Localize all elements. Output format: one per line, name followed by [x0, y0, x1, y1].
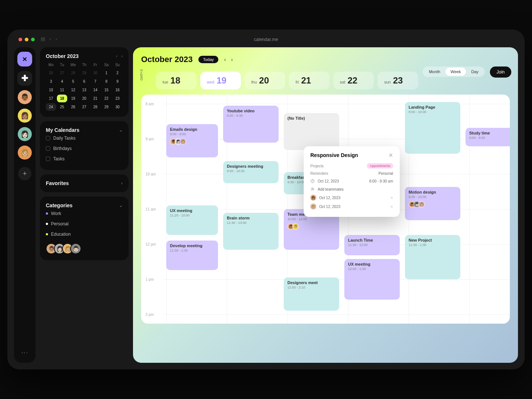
mini-date-cell[interactable]: 16: [112, 86, 123, 94]
mini-date-cell[interactable]: 17: [46, 95, 56, 102]
mini-date-cell[interactable]: 28: [68, 69, 78, 77]
close-icon[interactable]: ✕: [389, 152, 393, 158]
forward-icon[interactable]: ›: [55, 36, 57, 42]
event-card[interactable]: Youtube video 8:20 - 9:30: [223, 106, 279, 143]
event-card[interactable]: Brain storm 11:30 - 13:00: [223, 213, 279, 250]
avatar-user-3[interactable]: 👩🏻: [18, 127, 32, 141]
day-tab[interactable]: thu20: [245, 72, 285, 89]
join-button[interactable]: Join: [490, 66, 511, 78]
remove-icon[interactable]: ✕: [390, 196, 393, 200]
avatar-user-1[interactable]: 👨🏾: [18, 90, 32, 104]
category-item[interactable]: Personal: [46, 219, 123, 229]
mini-date-cell[interactable]: 29: [79, 69, 89, 77]
mini-date-cell[interactable]: 26: [68, 103, 78, 111]
mini-date-cell[interactable]: 9: [112, 78, 123, 85]
day-tab[interactable]: wed19: [200, 72, 241, 89]
mini-next-icon[interactable]: ›: [121, 54, 123, 59]
day-tab[interactable]: fri21: [289, 72, 330, 89]
calendar-item[interactable]: Birthdays: [46, 143, 123, 154]
checkbox[interactable]: [46, 146, 50, 151]
category-item[interactable]: Work: [46, 208, 123, 219]
event-card[interactable]: Emails design 9:00 - 9:50 👨🏾👩🏻👩🏼: [166, 124, 218, 157]
minimize-light[interactable]: [25, 38, 28, 41]
zoom-light[interactable]: [31, 38, 35, 41]
view-segmented-control[interactable]: Month Week Day: [423, 66, 485, 77]
sidebar-toggle-icon[interactable]: ▤: [41, 36, 45, 42]
mini-date-cell[interactable]: 6: [79, 78, 89, 85]
avatar[interactable]: 👩🏽: [310, 195, 316, 201]
more-icon[interactable]: ⋮: [21, 349, 29, 358]
url-bar[interactable]: calendar.me: [254, 37, 278, 42]
mini-date-cell[interactable]: 2: [112, 69, 123, 77]
add-user-button[interactable]: +: [18, 167, 31, 180]
mini-date-cell[interactable]: 10: [46, 86, 56, 94]
calendar-grid[interactable]: 8 am9 am10 am11 am12 pm1 pm2 pm Emails d…: [141, 95, 510, 324]
event-card[interactable]: (No Title): [284, 113, 339, 150]
mini-date-cell[interactable]: 26: [46, 69, 56, 77]
calendar-item[interactable]: Tasks: [46, 154, 123, 164]
event-card[interactable]: Motion design 9:20 - 10:00 👩🏽👨🏻👩🏼: [405, 187, 460, 220]
view-day[interactable]: Day: [466, 68, 484, 76]
event-card[interactable]: Develop meeting 11:30 - 1:40: [166, 241, 218, 270]
mini-date-cell[interactable]: 29: [101, 103, 112, 111]
chevron-down-icon[interactable]: ⌄: [119, 203, 123, 208]
mini-date-cell[interactable]: 28: [90, 103, 100, 111]
today-button[interactable]: Today: [198, 56, 218, 63]
chevron-right-icon[interactable]: ›: [121, 181, 123, 186]
mini-date-cell[interactable]: 30: [112, 103, 123, 111]
mini-date-cell[interactable]: 21: [90, 95, 100, 102]
avatar-user-4[interactable]: 👩🏼: [18, 146, 32, 160]
mini-date-cell[interactable]: 14: [90, 86, 100, 94]
event-card[interactable]: Launch Time 11:30 - 12:00: [344, 235, 400, 255]
mini-date-cell[interactable]: 8: [101, 78, 112, 85]
close-light[interactable]: [18, 38, 22, 41]
back-icon[interactable]: ‹: [50, 36, 51, 42]
checkbox[interactable]: [46, 157, 50, 161]
day-tab[interactable]: tue18: [156, 72, 197, 89]
calendar-item[interactable]: Daily Tasks: [46, 133, 123, 143]
event-card[interactable]: Designers meet 12:50 - 2:10: [284, 277, 339, 311]
mini-date-cell[interactable]: 25: [57, 103, 67, 111]
event-card[interactable]: UX meeting 12:00 - 1:30: [344, 259, 400, 300]
event-card[interactable]: Study time 9:00 - 9:20: [466, 128, 510, 146]
favorites-panel[interactable]: Favorites ›: [40, 174, 129, 192]
event-card[interactable]: Designers meeting 9:50 - 10:30: [223, 161, 279, 183]
chevron-down-icon[interactable]: ⌄: [119, 127, 123, 133]
event-card[interactable]: Landing Page 8:00 - 10:00: [405, 102, 460, 154]
mini-date-cell[interactable]: 24: [46, 103, 56, 111]
next-icon[interactable]: ›: [231, 57, 233, 62]
mini-date-cell[interactable]: 18: [57, 95, 67, 102]
event-card[interactable]: New Project 11:30 - 1:30: [405, 235, 460, 279]
mini-date-cell[interactable]: 27: [57, 69, 67, 77]
popup-reminders-label[interactable]: Reminders: [310, 171, 328, 175]
mini-date-cell[interactable]: 4: [57, 78, 67, 85]
checkbox[interactable]: [46, 136, 50, 140]
view-week[interactable]: Week: [446, 68, 466, 76]
category-item[interactable]: Education: [46, 229, 123, 239]
mini-date-cell[interactable]: 23: [112, 95, 123, 102]
mini-date-cell[interactable]: 27: [79, 103, 89, 111]
popup-personal-label[interactable]: Personal: [379, 171, 393, 175]
mini-date-cell[interactable]: 12: [68, 86, 78, 94]
mini-date-cell[interactable]: 7: [90, 78, 100, 85]
popup-tag-appointments[interactable]: Appointments: [367, 163, 393, 168]
popup-add-teammates[interactable]: Add teammates: [318, 187, 344, 191]
mini-date-cell[interactable]: 19: [68, 95, 78, 102]
mini-date-cell[interactable]: 1: [101, 69, 112, 77]
event-card[interactable]: UX meeting 11:20 - 10:00: [166, 205, 218, 235]
mini-date-cell[interactable]: 11: [57, 86, 67, 94]
prev-icon[interactable]: ‹: [224, 57, 226, 62]
popup-projects-label[interactable]: Projects: [310, 164, 324, 168]
day-tab[interactable]: sun23: [378, 72, 418, 89]
avatar-user-2[interactable]: 👩🏽: [18, 109, 32, 123]
avatar[interactable]: 👩🏼: [310, 204, 316, 209]
day-tab[interactable]: sat22: [333, 72, 374, 89]
avatar[interactable]: 👨🏻: [70, 243, 81, 254]
mini-prev-icon[interactable]: ‹: [116, 54, 117, 59]
remove-icon[interactable]: ✕: [390, 205, 393, 209]
close-button[interactable]: [17, 52, 32, 66]
view-month[interactable]: Month: [424, 68, 446, 76]
mini-date-cell[interactable]: 22: [101, 95, 112, 102]
mini-date-cell[interactable]: 20: [79, 95, 89, 102]
mini-date-cell[interactable]: 30: [90, 69, 100, 77]
